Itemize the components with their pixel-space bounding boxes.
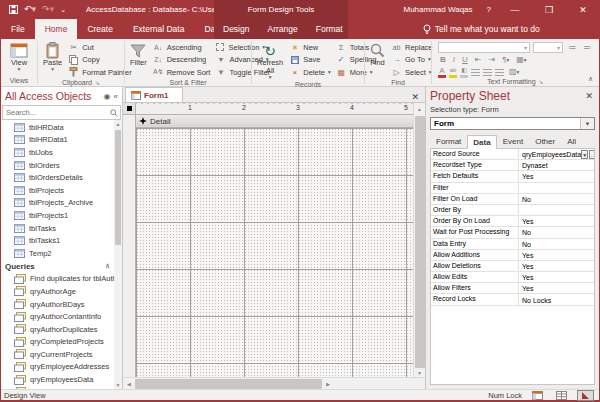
underline-button[interactable]: U [460, 55, 470, 65]
tab-home[interactable]: Home [35, 19, 78, 39]
minimize-button[interactable]: — [505, 5, 525, 15]
descending-button[interactable]: Z↓Descending [152, 54, 212, 66]
nav-item-query[interactable]: qryAuthorDuplicates [1, 323, 114, 336]
property-row[interactable]: Filter On LoadNo [431, 194, 594, 205]
design-view-button[interactable] [577, 390, 594, 401]
align-left-icon[interactable] [471, 69, 480, 76]
design-grid[interactable] [136, 128, 413, 377]
refresh-all-button[interactable]: ↻ Refresh All▾ [255, 41, 285, 81]
nav-item-query[interactable]: qryEmployeesData [1, 373, 114, 386]
nav-item-table[interactable]: tblTasks [1, 222, 114, 235]
remove-sort-button[interactable]: A↯Remove Sort [152, 66, 212, 78]
close-button[interactable]: ✕ [573, 5, 593, 15]
save-icon[interactable] [9, 5, 18, 14]
highlight-color-button[interactable]: ab [449, 67, 457, 78]
selection-combo[interactable]: Form ▼ [430, 117, 595, 130]
fill-color-button[interactable]: ◧ [460, 67, 468, 78]
alternate-row-color-icon[interactable]: ▨▾ [507, 67, 521, 77]
nav-item-table[interactable]: tblProjects1 [1, 209, 114, 222]
document-close-icon[interactable]: ✕ [405, 92, 425, 102]
nav-scrollbar-thumb[interactable] [115, 130, 121, 245]
bullets-icon[interactable]: ≔ [566, 43, 578, 53]
scroll-up-icon[interactable]: ▲ [116, 120, 121, 128]
nav-item-table[interactable]: tblHRData [1, 121, 114, 134]
nav-item-query[interactable]: qryCompletedProjects [1, 336, 114, 349]
nav-item-table[interactable]: tblProjects_Archive [1, 197, 114, 210]
nav-item-query[interactable]: Find duplicates for tblAuthors [1, 273, 114, 286]
customize-qat-icon[interactable]: ⌄ [60, 5, 66, 14]
scroll-up-icon[interactable]: ▲ [413, 103, 425, 115]
filter-button[interactable]: Filter [128, 41, 149, 68]
font-color-button[interactable]: A [438, 67, 446, 78]
nav-item-table[interactable]: tblTasks1 [1, 234, 114, 247]
nav-item-query[interactable]: qryAuthorAge [1, 285, 114, 298]
property-row[interactable]: Data EntryNo [431, 239, 594, 250]
undo-icon[interactable]: ↶▾ [24, 5, 36, 14]
property-row[interactable]: Record LocksNo Locks [431, 294, 594, 305]
nav-item-table[interactable]: tblProjects [1, 184, 114, 197]
nav-item-table[interactable]: tblJobs [1, 146, 114, 159]
copy-button[interactable]: Copy [67, 54, 133, 66]
tab-arrange[interactable]: Arrange [258, 19, 306, 39]
tab-design[interactable]: Design [214, 19, 258, 39]
tab-prop-all[interactable]: All [561, 134, 582, 148]
nav-item-query[interactable]: qryCurrentProjects [1, 348, 114, 361]
maximize-button[interactable]: ❒ [539, 5, 559, 15]
collapse-ribbon-icon[interactable]: ∧ [588, 75, 593, 83]
increase-indent-icon[interactable]: ⇥ [487, 55, 498, 65]
scroll-down-icon[interactable]: ▼ [116, 381, 121, 389]
tab-file[interactable]: File [1, 19, 35, 39]
tab-prop-data[interactable]: Data [467, 135, 496, 149]
detail-section-bar[interactable]: Detail [136, 115, 413, 128]
paste-button[interactable]: Paste▾ [41, 41, 64, 73]
find-button[interactable]: Find [368, 41, 387, 68]
numbering-icon[interactable]: ≕ [581, 43, 593, 53]
nav-item-query[interactable]: qryEmployeeAddresses [1, 361, 114, 374]
property-row[interactable]: Allow DeletionsYes [431, 261, 594, 272]
property-row[interactable]: Allow AdditionsYes [431, 250, 594, 261]
chevron-down-icon[interactable]: ▼ [580, 118, 594, 129]
font-name-combo[interactable]: ▾ [438, 42, 530, 53]
text-direction-icon[interactable]: ¶▾ [500, 55, 511, 65]
format-painter-button[interactable]: Format Painter [67, 66, 133, 78]
save-record-button[interactable]: Save [288, 54, 331, 66]
vertical-ruler[interactable] [123, 115, 136, 377]
nav-item-query[interactable]: qryAuthorBDays [1, 298, 114, 311]
redo-icon[interactable]: ↷▾ [42, 5, 54, 14]
nav-section-queries[interactable]: Queries∧ [1, 260, 114, 273]
horizontal-ruler[interactable]: 1 2 3 4 5 [136, 103, 413, 115]
datasheet-view-button[interactable] [553, 390, 570, 401]
horizontal-scrollbar-thumb[interactable] [135, 379, 322, 389]
tell-me-box[interactable]: Tell me what you want to do [413, 19, 550, 39]
scroll-left-icon[interactable]: ◀ [123, 381, 135, 387]
nav-menu-icon[interactable]: ◉ [104, 92, 111, 101]
cut-button[interactable]: ✂Cut [67, 41, 133, 53]
dialog-launcher-icon[interactable]: ⇘ [539, 78, 544, 85]
gridlines-icon[interactable]: ▦▾ [514, 55, 528, 65]
property-row[interactable]: Wait for Post ProcessingNo [431, 227, 594, 238]
property-row[interactable]: Allow FiltersYes [431, 283, 594, 294]
tab-prop-format[interactable]: Format [430, 134, 467, 148]
nav-item-table[interactable]: tblOrders [1, 159, 114, 172]
tab-prop-other[interactable]: Other [529, 134, 561, 148]
property-row[interactable]: Fetch DefaultsYes [431, 171, 594, 182]
ascending-button[interactable]: A↓Ascending [152, 41, 212, 53]
nav-item-table[interactable]: Temp2 [1, 247, 114, 260]
dialog-launcher-icon[interactable]: ⇘ [95, 79, 100, 86]
view-button[interactable]: View▾ [8, 41, 30, 73]
search-input[interactable] [3, 108, 108, 117]
property-row[interactable]: Filter [431, 183, 594, 194]
select-button[interactable]: ▷Select▾ [390, 66, 434, 78]
replace-button[interactable]: abReplace [390, 41, 434, 53]
help-button[interactable]: ? [487, 5, 491, 14]
align-center-icon[interactable] [483, 69, 492, 76]
document-tab-form1[interactable]: Form1 [125, 87, 183, 102]
nav-scrollbar[interactable]: ▲ ▼ [114, 120, 122, 389]
property-sheet-close-icon[interactable]: ✕ [583, 91, 595, 101]
delete-record-button[interactable]: ×Delete▾ [288, 66, 331, 78]
decrease-indent-icon[interactable]: ⇤ [473, 55, 484, 65]
font-size-combo[interactable]: ▾ [533, 42, 563, 53]
property-row[interactable]: Allow EditsYes [431, 272, 594, 283]
go-to-button[interactable]: →Go To▾ [390, 54, 434, 66]
tab-external-data[interactable]: External Data [123, 19, 195, 39]
